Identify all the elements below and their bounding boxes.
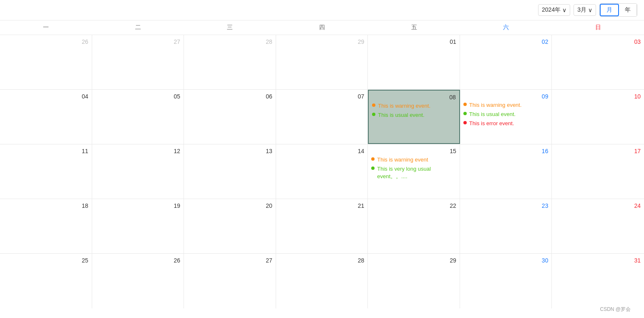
error-dot-icon <box>463 121 467 124</box>
day-number: 25 <box>3 257 88 264</box>
day-number: 16 <box>463 148 548 154</box>
week-row-4: 25262728293031 <box>0 254 644 308</box>
calendar-cell-0-2[interactable]: 28 <box>184 35 276 89</box>
calendar-cell-3-2[interactable]: 20 <box>184 199 276 253</box>
list-item[interactable]: This is error event. <box>463 120 548 127</box>
calendar-cell-3-5[interactable]: 23 <box>460 199 552 253</box>
usual-dot-icon <box>463 112 467 115</box>
weekday-mon: 一 <box>0 20 92 35</box>
day-number: 11 <box>3 148 88 154</box>
year-chevron-icon: ∨ <box>562 7 566 13</box>
year-label: 2024年 <box>542 6 561 14</box>
day-number: 06 <box>187 93 272 100</box>
calendar-cell-0-6[interactable]: 03 <box>552 35 644 89</box>
day-number: 28 <box>187 38 272 45</box>
list-item[interactable]: This is usual event. <box>463 111 548 118</box>
day-number: 14 <box>279 148 365 154</box>
calendar-cell-1-6[interactable]: 10 <box>552 90 644 144</box>
list-item[interactable]: This is warning event <box>371 156 456 164</box>
day-number: 27 <box>96 38 181 45</box>
weekday-sun: 日 <box>552 20 644 35</box>
usual-dot-icon <box>372 113 375 116</box>
list-item[interactable]: This is very long usual event。。.... <box>371 165 456 180</box>
weekday-header: 一 二 三 四 五 六 日 <box>0 20 644 35</box>
event-text: This is warning event. <box>378 102 430 110</box>
day-number: 05 <box>96 93 181 100</box>
day-number: 13 <box>187 148 272 154</box>
day-number: 19 <box>96 202 181 209</box>
warning-dot-icon <box>372 103 375 107</box>
calendar-cell-3-6[interactable]: 24 <box>552 199 644 253</box>
weekday-fri: 五 <box>368 20 460 35</box>
day-number: 30 <box>463 257 548 264</box>
calendar-cell-0-1[interactable]: 27 <box>92 35 184 89</box>
calendar-cell-0-0[interactable]: 26 <box>0 35 92 89</box>
day-number: 02 <box>463 38 548 45</box>
calendar-cell-2-5[interactable]: 16 <box>460 144 552 199</box>
calendar-cell-2-6[interactable]: 17 <box>552 144 644 199</box>
calendar-cell-4-4[interactable]: 29 <box>368 254 460 308</box>
week-row-0: 26272829010203 <box>0 35 644 90</box>
calendar-cell-0-3[interactable]: 29 <box>276 35 368 89</box>
event-text: This is warning event. <box>469 101 522 109</box>
calendar-cell-1-2[interactable]: 06 <box>184 90 276 144</box>
calendar-cell-1-0[interactable]: 04 <box>0 90 92 144</box>
calendar-grid: 262728290102030405060708This is warning … <box>0 35 644 308</box>
calendar-cell-2-4[interactable]: 15This is warning eventThis is very long… <box>368 144 460 199</box>
calendar-cell-1-5[interactable]: 09This is warning event.This is usual ev… <box>460 90 552 144</box>
calendar-header: 2024年 ∨ 3月 ∨ 月 年 <box>0 0 644 20</box>
list-item[interactable]: This is usual event. <box>372 111 456 119</box>
calendar-cell-4-3[interactable]: 28 <box>276 254 368 308</box>
day-number: 15 <box>371 148 456 154</box>
weekday-sat: 六 <box>460 20 552 35</box>
calendar-cell-2-0[interactable]: 11 <box>0 144 92 199</box>
weekday-thu: 四 <box>276 20 368 35</box>
day-number: 29 <box>371 257 456 264</box>
calendar-cell-2-3[interactable]: 14 <box>276 144 368 199</box>
list-item[interactable]: This is warning event. <box>372 102 456 110</box>
calendar-cell-1-3[interactable]: 07 <box>276 90 368 144</box>
weekday-tue: 二 <box>92 20 184 35</box>
event-list: This is warning event.This is usual even… <box>463 101 548 128</box>
event-text: This is very long usual event。。.... <box>377 165 456 180</box>
day-number: 17 <box>555 148 641 154</box>
day-number: 26 <box>3 38 88 45</box>
calendar-cell-1-1[interactable]: 05 <box>92 90 184 144</box>
calendar-cell-4-0[interactable]: 25 <box>0 254 92 308</box>
month-view-button[interactable]: 月 <box>600 4 619 16</box>
calendar-cell-0-4[interactable]: 01 <box>368 35 460 89</box>
scrollable-event-list[interactable]: This is warning eventThis is very long u… <box>371 156 456 182</box>
calendar-cell-3-1[interactable]: 19 <box>92 199 184 253</box>
year-view-button[interactable]: 年 <box>619 4 637 16</box>
event-list: This is warning eventThis is very long u… <box>371 156 456 181</box>
event-text: This is usual event. <box>378 111 424 119</box>
day-number: 01 <box>371 38 456 45</box>
day-number: 27 <box>187 257 272 264</box>
calendar-cell-4-2[interactable]: 27 <box>184 254 276 308</box>
calendar-cell-1-4[interactable]: 08This is warning event.This is usual ev… <box>368 90 460 144</box>
calendar-cell-4-6[interactable]: 31 <box>552 254 644 308</box>
calendar-cell-2-2[interactable]: 13 <box>184 144 276 199</box>
calendar-cell-3-0[interactable]: 18 <box>0 199 92 253</box>
event-text: This is usual event. <box>469 111 516 118</box>
usual-dot-icon <box>371 167 375 170</box>
day-number: 21 <box>279 202 365 209</box>
calendar-cell-4-1[interactable]: 26 <box>92 254 184 308</box>
calendar-footer: CSDN @罗会 <box>593 303 637 316</box>
credit-text: CSDN @罗会 <box>600 306 631 312</box>
list-item[interactable]: This is warning event. <box>463 101 548 109</box>
day-number: 29 <box>279 38 365 45</box>
day-number: 12 <box>96 148 181 154</box>
day-number: 24 <box>555 202 641 209</box>
calendar-cell-0-5[interactable]: 02 <box>460 35 552 89</box>
month-select[interactable]: 3月 ∨ <box>574 4 596 16</box>
day-number: 23 <box>463 202 548 209</box>
year-select[interactable]: 2024年 ∨ <box>538 4 570 16</box>
day-number: 08 <box>372 94 456 101</box>
calendar-cell-4-5[interactable]: 30 <box>460 254 552 308</box>
day-number: 09 <box>463 93 548 100</box>
calendar-cell-3-4[interactable]: 22 <box>368 199 460 253</box>
day-number: 10 <box>555 93 641 100</box>
calendar-cell-2-1[interactable]: 12 <box>92 144 184 199</box>
calendar-cell-3-3[interactable]: 21 <box>276 199 368 253</box>
